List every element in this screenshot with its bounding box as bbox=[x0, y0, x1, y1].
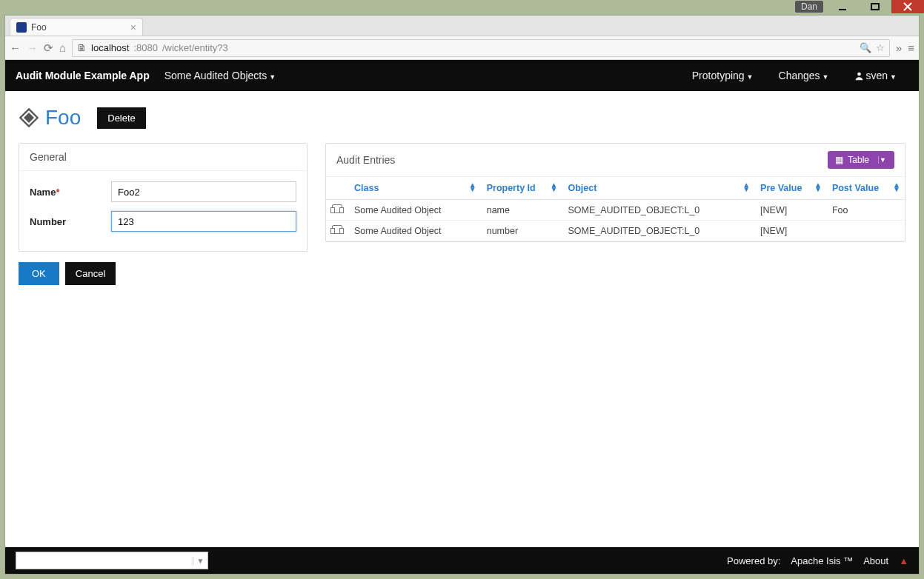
col-pre[interactable]: Pre Value▲▼ bbox=[754, 177, 826, 200]
tab-title: Foo bbox=[31, 22, 47, 33]
entity-title: Foo bbox=[19, 106, 81, 130]
entity-header: Foo Delete bbox=[19, 106, 905, 130]
table-icon: ▦ bbox=[835, 155, 843, 165]
back-button[interactable]: ← bbox=[10, 41, 21, 54]
audit-panel: Audit Entries ▦ Table ▼ Class▲▼ Property… bbox=[325, 143, 905, 242]
chevron-down-icon: ▼ bbox=[193, 557, 207, 565]
table-button-label: Table bbox=[848, 155, 869, 165]
tab-close-icon[interactable]: × bbox=[130, 21, 136, 33]
menu-label: Some Audited Objects bbox=[164, 70, 267, 81]
page-icon: 🗎 bbox=[77, 42, 87, 53]
minimize-button[interactable] bbox=[826, 0, 859, 13]
general-panel-title: General bbox=[19, 144, 307, 171]
audit-panel-title: Audit Entries bbox=[336, 154, 395, 166]
cell-class: Some Audited Object bbox=[348, 200, 481, 221]
home-button[interactable]: ⌂ bbox=[59, 41, 66, 54]
menu-label: Prototyping bbox=[692, 70, 745, 81]
menu-user[interactable]: sven▼ bbox=[854, 70, 897, 81]
row-icon bbox=[326, 221, 348, 241]
footer-select[interactable]: ▼ bbox=[16, 552, 208, 569]
entity-title-text: Foo bbox=[45, 106, 81, 130]
ok-button[interactable]: OK bbox=[19, 262, 59, 285]
cell-property: name bbox=[481, 200, 562, 221]
url-path: /wicket/entity?3 bbox=[162, 42, 228, 53]
os-title-bar: Dan bbox=[0, 0, 924, 13]
overflow-icon[interactable]: » bbox=[896, 41, 902, 54]
chevron-down-icon[interactable]: ▼ bbox=[878, 156, 887, 164]
col-object[interactable]: Object▲▼ bbox=[562, 177, 754, 200]
entity-icon bbox=[19, 107, 39, 128]
url-host: localhost bbox=[91, 42, 129, 53]
app-navbar: Audit Module Example App Some Audited Ob… bbox=[5, 60, 919, 91]
col-property[interactable]: Property Id▲▼ bbox=[481, 177, 562, 200]
os-user-badge: Dan bbox=[795, 1, 823, 13]
svg-point-4 bbox=[857, 73, 861, 76]
row-icon bbox=[326, 200, 348, 221]
browser-tab[interactable]: Foo × bbox=[10, 18, 143, 36]
number-row: Number bbox=[30, 211, 296, 232]
col-icon bbox=[326, 177, 348, 200]
left-column: General Name* Number bbox=[19, 143, 308, 285]
general-panel: General Name* Number bbox=[19, 143, 308, 252]
name-input[interactable] bbox=[111, 181, 296, 202]
zoom-icon[interactable]: 🔍 bbox=[860, 42, 871, 53]
page-content: Audit Module Example App Some Audited Ob… bbox=[5, 60, 919, 574]
close-button[interactable] bbox=[891, 0, 924, 13]
user-name: sven bbox=[866, 70, 888, 81]
name-label: Name* bbox=[30, 187, 111, 198]
number-input[interactable] bbox=[111, 211, 296, 232]
col-class[interactable]: Class▲▼ bbox=[348, 177, 481, 200]
star-icon[interactable]: ☆ bbox=[876, 42, 885, 53]
menu-icon[interactable]: ≡ bbox=[908, 41, 914, 54]
user-icon bbox=[854, 70, 866, 81]
cell-post bbox=[826, 221, 905, 241]
powered-by-label: Powered by: bbox=[727, 555, 780, 566]
apache-isis-link[interactable]: Apache Isis ™ bbox=[791, 555, 853, 566]
cell-object: SOME_AUDITED_OBJECT:L_0 bbox=[562, 221, 754, 241]
caret-icon: ▼ bbox=[822, 73, 829, 81]
table-view-button[interactable]: ▦ Table ▼ bbox=[828, 151, 894, 169]
name-row: Name* bbox=[30, 181, 296, 202]
menu-prototyping[interactable]: Prototyping▼ bbox=[692, 70, 754, 81]
svg-rect-1 bbox=[871, 4, 879, 10]
address-bar[interactable]: 🗎 localhost:8080/wicket/entity?3 🔍 ☆ bbox=[72, 39, 890, 57]
url-port: :8080 bbox=[133, 42, 158, 53]
menu-changes[interactable]: Changes▼ bbox=[779, 70, 829, 81]
forward-button[interactable]: → bbox=[27, 41, 38, 54]
reload-button[interactable]: ⟳ bbox=[44, 41, 53, 55]
delete-button[interactable]: Delete bbox=[97, 107, 146, 129]
favicon-icon bbox=[16, 22, 27, 33]
cell-property: number bbox=[481, 221, 562, 241]
menu-label: Changes bbox=[779, 70, 820, 81]
maximize-button[interactable] bbox=[859, 0, 891, 13]
col-post[interactable]: Post Value▲▼ bbox=[826, 177, 905, 200]
table-row[interactable]: Some Audited Object name SOME_AUDITED_OB… bbox=[326, 200, 905, 221]
warning-icon[interactable]: ▲ bbox=[899, 555, 908, 566]
app-footer: ▼ Powered by: Apache Isis ™ About ▲ bbox=[5, 547, 919, 574]
cell-object: SOME_AUDITED_OBJECT:L_0 bbox=[562, 200, 754, 221]
audit-table: Class▲▼ Property Id▲▼ Object▲▼ Pre Value… bbox=[326, 177, 905, 241]
caret-icon: ▼ bbox=[269, 73, 276, 81]
table-row[interactable]: Some Audited Object number SOME_AUDITED_… bbox=[326, 221, 905, 241]
browser-toolbar: ← → ⟳ ⌂ 🗎 localhost:8080/wicket/entity?3… bbox=[5, 36, 919, 60]
app-brand[interactable]: Audit Module Example App bbox=[16, 70, 150, 81]
cell-pre: [NEW] bbox=[754, 200, 826, 221]
browser-window: Foo × ← → ⟳ ⌂ 🗎 localhost:8080/wicket/en… bbox=[4, 15, 920, 575]
cancel-button[interactable]: Cancel bbox=[65, 262, 116, 285]
menu-some-audited-objects[interactable]: Some Audited Objects▼ bbox=[164, 70, 276, 81]
about-link[interactable]: About bbox=[863, 555, 888, 566]
caret-icon: ▼ bbox=[890, 73, 897, 81]
tab-strip: Foo × bbox=[5, 16, 919, 36]
caret-icon: ▼ bbox=[747, 73, 754, 81]
cell-class: Some Audited Object bbox=[348, 221, 481, 241]
cell-pre: [NEW] bbox=[754, 221, 826, 241]
number-label: Number bbox=[30, 216, 111, 227]
cell-post: Foo bbox=[826, 200, 905, 221]
